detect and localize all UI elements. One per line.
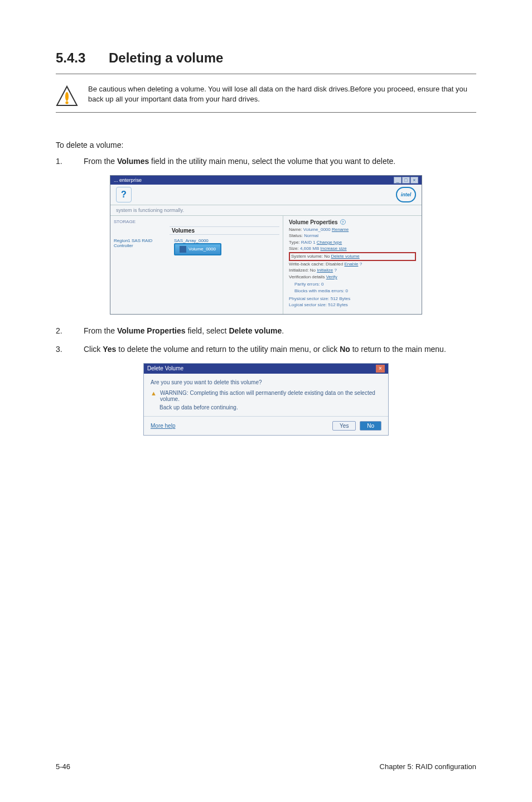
rename-link[interactable]: Rename <box>332 227 349 232</box>
page-number: 5-46 <box>56 762 70 771</box>
verify-link[interactable]: Verify <box>326 274 337 279</box>
steps-list: 1. From the Volumes field in the utility… <box>56 156 476 167</box>
status-bar: system is functioning normally. <box>110 205 422 216</box>
section-title: Deleting a volume <box>109 50 223 65</box>
caution-box: Be cautious when deleting a volume. You … <box>56 84 476 110</box>
prop-log-sector: Logical sector size: 512 Bytes <box>289 302 416 308</box>
chapter-label: Chapter 5: RAID configuration <box>380 762 476 771</box>
caution-text: Be cautious when deleting a volume. You … <box>88 84 476 104</box>
close-icon[interactable]: × <box>410 177 418 183</box>
step-number: 1. <box>56 156 67 167</box>
properties-header: Volume Properties ? <box>289 219 416 225</box>
prop-parity: Parity errors: 0 <box>289 281 416 288</box>
top-toolbar: ? intel <box>110 185 422 205</box>
change-type-link[interactable]: Change type <box>317 240 342 245</box>
increase-size-link[interactable]: Increase size <box>321 246 347 251</box>
window-controls: _□× <box>393 177 418 183</box>
enable-cache-link[interactable]: Enable <box>344 262 358 267</box>
step-text: From the Volume Properties field, select… <box>84 326 476 337</box>
step-1: 1. From the Volumes field in the utility… <box>56 156 476 167</box>
prop-phys-sector: Physical sector size: 512 Bytes <box>289 296 416 302</box>
intel-logo: intel <box>396 187 416 202</box>
window-titlebar: ... enterprise _□× <box>110 176 422 185</box>
prop-size: Size: 4,608 MB Increase size <box>289 245 416 252</box>
prop-write-back-cache: Write-back cache: Disabled Enable ? <box>289 261 416 268</box>
steps-list-cont: 2. From the Volume Properties field, sel… <box>56 326 476 355</box>
caution-icon <box>56 85 78 110</box>
close-icon[interactable]: × <box>376 365 385 373</box>
initialize-link[interactable]: Initialize <box>317 268 333 273</box>
screenshot-delete-dialog: Delete Volume × Are you sure you want to… <box>143 363 389 436</box>
minimize-icon[interactable]: _ <box>394 177 402 183</box>
volumes-header: Volumes <box>170 226 279 235</box>
heading-divider <box>56 74 476 74</box>
prop-system-volume: System volume: No Delete volume <box>289 252 416 261</box>
volume-chip[interactable]: Volume_0000 <box>174 243 221 255</box>
dialog-warning: ▲ WARNING: Completing this action will p… <box>151 390 381 402</box>
volume-properties-pane: Volume Properties ? Name: Volume_0000 Re… <box>283 216 422 314</box>
drive-icon <box>180 246 186 253</box>
window-title: ... enterprise <box>114 177 142 183</box>
dialog-backup-note: Back up data before continuing. <box>151 404 381 410</box>
help-icon[interactable]: ? <box>116 187 132 202</box>
step-text: Click Yes to delete the volume and retur… <box>84 344 476 355</box>
prop-type: Type: RAID 1 Change type <box>289 239 416 246</box>
prop-status: Status: Normal <box>289 233 416 239</box>
info-icon[interactable]: ? <box>340 219 346 225</box>
caution-divider <box>56 112 476 113</box>
no-button[interactable]: No <box>360 421 381 431</box>
prop-blocks: Blocks with media errors: 0 <box>289 288 416 294</box>
prop-name: Name: Volume_0000 Rename <box>289 226 416 233</box>
warning-icon: ▲ <box>151 390 157 397</box>
dialog-question: Are you sure you want to delete this vol… <box>151 379 381 385</box>
dialog-titlebar: Delete Volume × <box>144 364 388 374</box>
section-number: 5.4.3 <box>56 50 109 66</box>
info-icon[interactable]: ? <box>334 267 336 274</box>
svg-point-1 <box>65 92 69 101</box>
storage-label: STORAGE <box>114 219 279 224</box>
maximize-icon[interactable]: □ <box>402 177 410 183</box>
controller-label[interactable]: Region1 SAS RAID Controller <box>114 238 170 248</box>
yes-button[interactable]: Yes <box>332 421 356 431</box>
screenshot-volume-properties: ... enterprise _□× ? intel system is fun… <box>110 175 422 315</box>
delete-volume-link[interactable]: Delete volume <box>331 254 360 259</box>
dialog-title: Delete Volume <box>147 365 183 371</box>
step-number: 2. <box>56 326 67 337</box>
storage-pane: STORAGE Volumes Region1 SAS RAID Control… <box>110 216 283 314</box>
section-heading: 5.4.3Deleting a volume <box>56 50 476 66</box>
dialog-footer: More help Yes No <box>144 416 388 435</box>
step-3: 3. Click Yes to delete the volume and re… <box>56 344 476 355</box>
prop-initialized: Initialized: No Initialize ? <box>289 267 416 274</box>
more-help-link[interactable]: More help <box>151 423 175 429</box>
prop-verification: Verification details Verify <box>289 274 416 281</box>
step-text: From the Volumes field in the utility ma… <box>84 156 476 167</box>
array-label[interactable]: SAS_Array_0000 <box>174 238 217 243</box>
step-2: 2. From the Volume Properties field, sel… <box>56 326 476 337</box>
info-icon[interactable]: ? <box>360 261 362 268</box>
volume-chip-label: Volume_0000 <box>188 247 216 252</box>
step-number: 3. <box>56 344 67 355</box>
svg-point-2 <box>65 101 68 104</box>
dialog-body: Are you sure you want to delete this vol… <box>144 374 388 416</box>
page-footer: 5-46 Chapter 5: RAID configuration <box>56 762 476 771</box>
steps-intro: To delete a volume: <box>56 141 476 149</box>
